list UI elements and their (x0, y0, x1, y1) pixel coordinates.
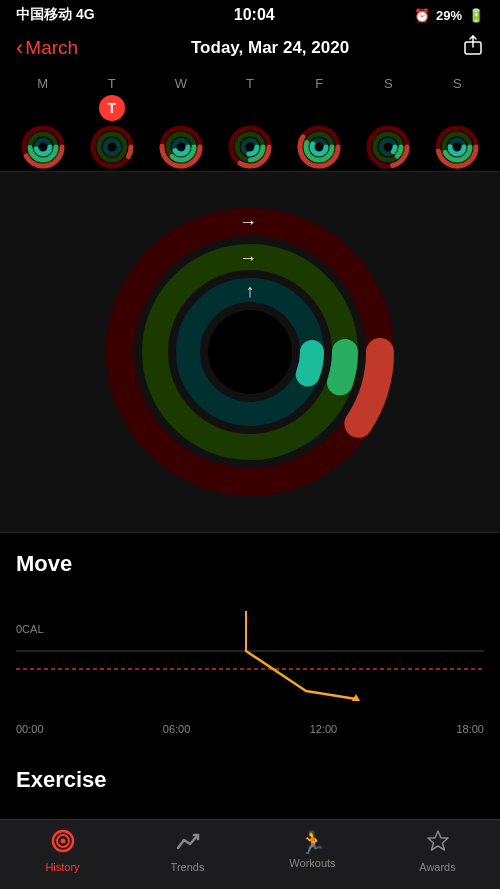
workouts-icon: 🏃 (299, 832, 326, 854)
svg-text:→: → (239, 248, 257, 268)
back-label: March (25, 37, 78, 59)
week-day-letter: F (315, 76, 323, 91)
main-ring-section: → → ↑ (0, 172, 500, 532)
header: ‹ March Today, Mar 24, 2020 (0, 28, 500, 72)
tab-awards-label: Awards (419, 861, 455, 873)
header-title: Today, Mar 24, 2020 (191, 38, 349, 58)
week-day-col-mon[interactable]: M (8, 76, 77, 169)
week-day-letter: T (246, 76, 254, 91)
exercise-section-header: Exercise (0, 749, 500, 799)
week-day-col-sat[interactable]: S (354, 76, 423, 169)
week-day-badge (168, 95, 194, 121)
week-day-col-fri[interactable]: F (285, 76, 354, 169)
week-day-letter: S (453, 76, 462, 91)
week-day-badge (444, 95, 470, 121)
move-time-row: 00:00 06:00 12:00 18:00 (0, 721, 500, 735)
week-day-badge (237, 95, 263, 121)
week-day-letter: W (175, 76, 187, 91)
week-day-col-wed[interactable]: W (146, 76, 215, 169)
week-day-col-thu[interactable]: T (215, 76, 284, 169)
status-time: 10:04 (234, 6, 275, 24)
move-chart (16, 611, 484, 701)
trends-icon (175, 828, 201, 858)
tab-workouts-label: Workouts (289, 857, 335, 869)
week-day-badge (30, 95, 56, 121)
alarm-icon: ⏰ (414, 8, 430, 23)
status-left: 中国移动 4G (16, 6, 95, 24)
main-activity-rings: → → ↑ (100, 202, 400, 502)
ring-small-mon (21, 125, 65, 169)
week-day-col-sun[interactable]: S (423, 76, 492, 169)
svg-point-53 (208, 310, 292, 394)
back-chevron-icon: ‹ (16, 37, 23, 59)
svg-text:→: → (239, 212, 257, 232)
ring-small-thu (228, 125, 272, 169)
week-row: M T T W (0, 72, 500, 171)
svg-text:↑: ↑ (246, 281, 255, 301)
ring-small-sun (435, 125, 479, 169)
ring-small-sat (366, 125, 410, 169)
tab-history[interactable]: History (0, 828, 125, 873)
move-section: Move 0CAL 00:00 06:00 12:00 18:00 (0, 533, 500, 735)
svg-point-63 (60, 839, 65, 844)
status-bar: 中国移动 4G 10:04 ⏰ 29% 🔋 (0, 0, 500, 28)
tab-awards[interactable]: Awards (375, 828, 500, 873)
week-day-letter: S (384, 76, 393, 91)
share-button[interactable] (462, 34, 484, 62)
tab-history-label: History (45, 861, 79, 873)
ring-small-fri (297, 125, 341, 169)
ring-small-tue (90, 125, 134, 169)
battery-level: 29% (436, 8, 462, 23)
svg-point-12 (105, 140, 119, 154)
week-day-badge (375, 95, 401, 121)
back-button[interactable]: ‹ March (16, 37, 78, 59)
week-day-letter: T (108, 76, 116, 91)
status-right: ⏰ 29% 🔋 (414, 8, 484, 23)
move-section-header: Move (0, 533, 500, 583)
awards-icon (425, 828, 451, 858)
time-0000: 00:00 (16, 723, 44, 735)
tab-trends[interactable]: Trends (125, 828, 250, 873)
ring-small-wed (159, 125, 203, 169)
tab-workouts[interactable]: 🏃 Workouts (250, 832, 375, 869)
carrier-text: 中国移动 4G (16, 6, 95, 24)
move-y-label: 0CAL (16, 623, 44, 635)
history-icon (50, 828, 76, 858)
week-day-letter: M (37, 76, 48, 91)
battery-icon: 🔋 (468, 8, 484, 23)
time-1800: 18:00 (456, 723, 484, 735)
week-day-col-tue[interactable]: T T (77, 76, 146, 169)
svg-marker-64 (428, 831, 448, 850)
tab-bar: History Trends 🏃 Workouts Awards (0, 819, 500, 889)
week-day-badge-today: T (99, 95, 125, 121)
time-1200: 12:00 (310, 723, 338, 735)
time-0600: 06:00 (163, 723, 191, 735)
week-day-badge (306, 95, 332, 121)
tab-trends-label: Trends (171, 861, 205, 873)
